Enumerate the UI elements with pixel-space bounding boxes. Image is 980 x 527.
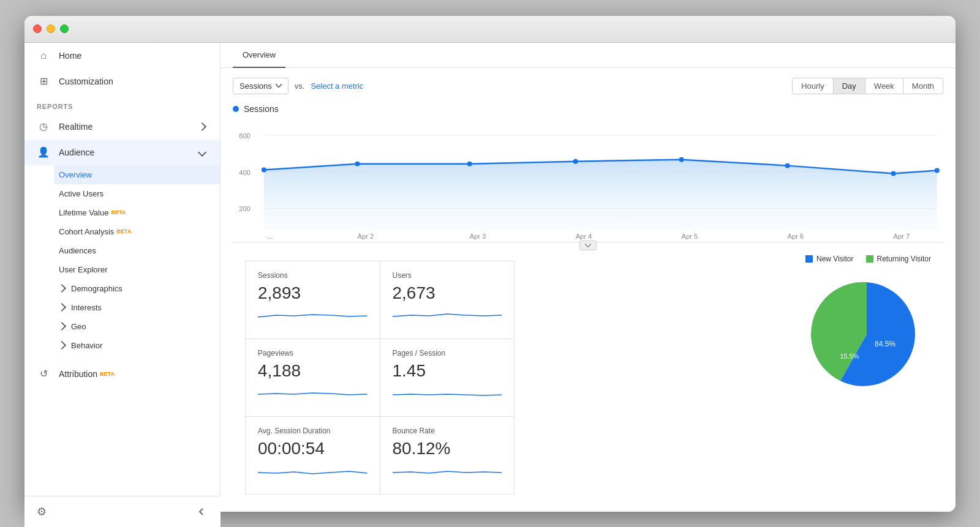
svg-rect-21 (805, 255, 813, 263)
titlebar (24, 16, 956, 43)
user-explorer-label: User Explorer (59, 265, 107, 274)
svg-rect-22 (866, 255, 873, 263)
maximize-button[interactable] (60, 24, 69, 33)
audiences-label: Audiences (59, 246, 96, 255)
attribution-beta-badge: BETA (100, 371, 115, 377)
metrics-grid: Sessions 2,893 Users 2,673 (245, 261, 514, 495)
metric-card-pages-per-session: Pages / Session 1.45 (380, 339, 515, 417)
sidebar-item-home[interactable]: ⌂ Home (24, 43, 220, 69)
sessions-sparkline (258, 308, 368, 326)
realtime-icon: ◷ (37, 120, 50, 133)
lifetime-value-label: Lifetime Value (59, 208, 108, 217)
sessions-chart-label: Sessions (233, 104, 943, 114)
settings-icon[interactable]: ⚙ (37, 505, 47, 512)
chart-controls: Sessions vs. Select a metric Hourly Day … (221, 68, 956, 104)
sessions-dropdown-icon (276, 84, 282, 88)
sessions-metric-name: Sessions (258, 271, 368, 280)
svg-text:Apr 6: Apr 6 (788, 233, 804, 240)
select-metric-link[interactable]: Select a metric (311, 81, 363, 91)
metric-card-sessions: Sessions 2,893 (246, 261, 380, 339)
svg-text:Apr 7: Apr 7 (894, 233, 910, 240)
pie-chart: 84.5% 15.5% (805, 273, 928, 395)
overview-label: Overview (59, 170, 92, 179)
sidebar-item-cohort-analysis[interactable]: Cohort Analysis BETA (59, 222, 220, 241)
cohort-analysis-label: Cohort Analysis (59, 227, 114, 236)
geo-chevron-icon (58, 322, 66, 331)
svg-point-14 (355, 161, 360, 166)
chart-expand-button[interactable] (579, 241, 597, 250)
interests-chevron-icon (58, 303, 66, 312)
sidebar-item-customization[interactable]: ⊞ Customization (24, 69, 220, 94)
sidebar-item-behavior[interactable]: Behavior (59, 336, 220, 355)
metric-card-users: Users 2,673 (380, 261, 515, 339)
svg-point-16 (573, 159, 578, 163)
audience-icon: 👤 (37, 146, 50, 159)
active-users-label: Active Users (59, 189, 104, 198)
tab-bar: Overview (221, 43, 956, 68)
bounce-rate-metric-name: Bounce Rate (393, 427, 502, 435)
sidebar-item-demographics[interactable]: Demographics (59, 279, 220, 298)
sidebar-item-realtime[interactable]: ◷ Realtime (24, 114, 220, 140)
sidebar-item-overview[interactable]: Overview (54, 165, 220, 184)
new-visitor-legend-label: New Visitor (816, 255, 853, 263)
sidebar-item-audiences[interactable]: Audiences (59, 241, 220, 260)
svg-text:Apr 5: Apr 5 (682, 233, 698, 240)
pageviews-metric-value: 4,188 (258, 361, 368, 381)
home-label: Home (59, 51, 81, 61)
sidebar-item-attribution[interactable]: ↺ Attribution BETA (24, 361, 220, 387)
demographics-label: Demographics (71, 284, 123, 293)
bounce-rate-metric-value: 80.12% (393, 439, 502, 458)
sidebar-item-interests[interactable]: Interests (59, 298, 220, 317)
audience-chevron-icon (198, 148, 206, 156)
sessions-metric-value: 2,893 (258, 283, 368, 303)
avg-session-duration-sparkline (258, 463, 368, 482)
close-button[interactable] (33, 24, 42, 33)
customization-icon: ⊞ (37, 75, 50, 88)
minimize-button[interactable] (47, 24, 55, 33)
expand-chevron-icon (585, 244, 591, 247)
attribution-icon: ↺ (37, 367, 50, 381)
svg-point-13 (262, 167, 266, 172)
sidebar-item-geo[interactable]: Geo (59, 317, 220, 336)
metric-card-bounce-rate: Bounce Rate 80.12% (380, 417, 515, 495)
week-button[interactable]: Week (865, 78, 903, 94)
sessions-metric-select[interactable]: Sessions (233, 78, 288, 94)
svg-point-20 (935, 168, 940, 173)
realtime-chevron-icon (198, 122, 206, 130)
svg-text:Apr 2: Apr 2 (358, 233, 374, 240)
sessions-dot-icon (233, 106, 239, 112)
audience-label: Audience (59, 148, 94, 157)
time-period-buttons: Hourly Day Week Month (792, 78, 943, 94)
day-button[interactable]: Day (834, 78, 865, 94)
pageviews-metric-name: Pageviews (258, 349, 368, 357)
legend-item-returning-visitor: Returning Visitor (866, 255, 932, 263)
sidebar-item-active-users[interactable]: Active Users (59, 184, 220, 203)
metric-card-avg-session-duration: Avg. Session Duration 00:00:54 (246, 417, 380, 495)
home-icon: ⌂ (37, 49, 50, 62)
metric-card-pageviews: Pageviews 4,188 (246, 339, 380, 417)
realtime-label: Realtime (59, 122, 92, 132)
sidebar: ⌂ Home ⊞ Customization REPORTS ◷ Realtim… (24, 43, 221, 512)
month-button[interactable]: Month (903, 78, 943, 94)
sidebar-item-audience[interactable]: 👤 Audience (24, 140, 220, 165)
svg-text:...: ... (267, 233, 273, 240)
cohort-analysis-beta-badge: BETA (116, 228, 131, 234)
tab-overview[interactable]: Overview (233, 43, 285, 68)
svg-point-17 (679, 157, 684, 162)
returning-visitor-legend-label: Returning Visitor (877, 255, 932, 263)
demographics-chevron-icon (58, 284, 66, 293)
sessions-select-label: Sessions (239, 81, 272, 91)
pie-legend: New Visitor Returning Visitor (805, 255, 931, 263)
collapse-sidebar-button[interactable] (195, 505, 208, 512)
bounce-rate-sparkline (393, 463, 502, 482)
svg-text:400: 400 (239, 168, 251, 176)
sidebar-item-lifetime-value[interactable]: Lifetime Value BETA (59, 203, 220, 222)
sidebar-item-user-explorer[interactable]: User Explorer (59, 260, 220, 279)
interests-label: Interests (71, 303, 102, 312)
pie-svg: 84.5% 15.5% (805, 273, 928, 395)
content-area: Overview Sessions vs. Select a metric Ho… (221, 43, 956, 512)
svg-point-15 (467, 161, 472, 166)
behavior-label: Behavior (71, 341, 102, 350)
hourly-button[interactable]: Hourly (793, 78, 834, 94)
users-metric-value: 2,673 (393, 283, 502, 303)
